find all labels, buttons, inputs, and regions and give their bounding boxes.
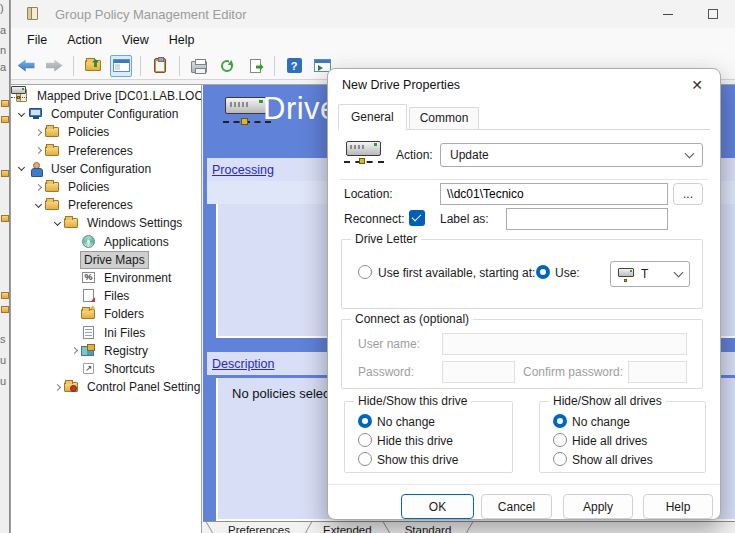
cancel-button[interactable]: Cancel (481, 494, 552, 519)
show-all-drives-radio[interactable] (553, 452, 567, 466)
console-tree-icon[interactable] (110, 55, 132, 77)
menu-action[interactable]: Action (57, 30, 112, 50)
tree-item-shortcuts[interactable]: ↗ Shortcuts (11, 360, 201, 378)
expander-icon[interactable] (15, 113, 28, 116)
folder-icon (1, 170, 9, 177)
tree-item-computer-configuration[interactable]: Computer Configuration (11, 105, 201, 123)
folder-icon (1, 100, 9, 107)
tree-item-files[interactable]: Files (11, 287, 201, 305)
tree-item-folders[interactable]: Folders (11, 305, 201, 323)
tab-extended[interactable]: Extended (307, 522, 388, 533)
reconnect-checkbox[interactable] (409, 210, 425, 226)
reconnect-label: Reconnect: (344, 212, 405, 226)
drive-letter-legend: Drive Letter (351, 232, 421, 246)
computer-icon (28, 107, 44, 121)
menu-file[interactable]: File (17, 30, 57, 50)
hide-this-drive-radio[interactable] (358, 433, 372, 447)
drive-letter-select[interactable]: T (610, 261, 690, 287)
expander-icon[interactable] (32, 148, 45, 153)
help-button[interactable]: Help (643, 494, 713, 519)
this-no-change-radio[interactable] (358, 414, 372, 428)
back-icon[interactable] (15, 55, 37, 77)
tab-common[interactable]: Common (409, 107, 480, 129)
tree-item-preferences[interactable]: Preferences (11, 142, 201, 160)
maximize-button[interactable] (690, 0, 735, 28)
hide-all-drives-radio[interactable] (553, 433, 567, 447)
sliver-text: a (0, 24, 6, 36)
toolbar-separator (274, 56, 275, 76)
expander-icon[interactable] (51, 222, 64, 225)
tree-item-preferences[interactable]: Preferences (11, 196, 201, 214)
tree-item-windows-settings[interactable]: Windows Settings (11, 214, 201, 232)
drive-letter-value: T (641, 267, 675, 281)
action-select[interactable]: Update (440, 143, 703, 167)
tree-item-control-panel-settings[interactable]: Control Panel Setting (11, 378, 201, 396)
folder-icon (1, 306, 9, 313)
description-link[interactable]: Description (212, 357, 275, 371)
chevron-down-icon (674, 268, 684, 278)
ok-button[interactable]: OK (401, 494, 474, 519)
label-as-label: Label as: (440, 212, 489, 226)
expander-icon[interactable] (68, 348, 81, 353)
expander-icon[interactable] (32, 204, 45, 207)
refresh-icon[interactable] (216, 55, 238, 77)
tree-item-user-configuration[interactable]: User Configuration (11, 160, 201, 178)
use-first-available-radio[interactable] (358, 265, 372, 279)
export-list-icon[interactable] (244, 55, 266, 77)
expander-icon[interactable] (32, 185, 45, 190)
processing-link[interactable]: Processing (212, 163, 274, 177)
apply-button[interactable]: Apply (563, 494, 633, 519)
print-icon[interactable] (188, 55, 210, 77)
tree-item-environment[interactable]: % Environment (11, 269, 201, 287)
tab-general[interactable]: General (338, 104, 407, 130)
tree-item-applications[interactable]: Applications (11, 233, 201, 251)
help-icon[interactable]: ? (283, 55, 305, 77)
use-radio[interactable] (536, 265, 550, 279)
tree-item-drive-maps[interactable]: Drive Maps (11, 251, 201, 269)
console-tree-panel: Mapped Drive [DC01.LAB.LOCA Computer Con… (11, 85, 202, 533)
tree-item-registry[interactable]: Registry (11, 342, 201, 360)
drive-letter-group: Drive Letter Use first available, starti… (341, 239, 703, 309)
minimize-button[interactable] (645, 0, 690, 28)
hide-this-drive-label: Hide this drive (377, 434, 453, 448)
location-input[interactable] (440, 183, 668, 205)
clipboard-icon[interactable] (149, 55, 171, 77)
background-window-sliver: ) a n a s u u (0, 0, 10, 533)
tab-preferences[interactable]: Preferences (212, 522, 306, 533)
all-no-change-label: No change (572, 415, 630, 429)
show-this-drive-label: Show this drive (377, 453, 458, 467)
footer-separator (328, 484, 720, 485)
drive-icon (618, 268, 635, 281)
sliver-text: n (0, 44, 6, 56)
environment-icon: % (81, 271, 97, 285)
tree-item-ini-files[interactable]: Ini Files (11, 323, 201, 341)
expander-icon[interactable] (51, 385, 64, 390)
label-as-input[interactable] (506, 208, 668, 230)
control-panel-folder-icon (64, 380, 80, 394)
show-all-drives-label: Show all drives (572, 453, 653, 467)
tree-item-policies[interactable]: Policies (11, 123, 201, 141)
folder-icon (45, 125, 61, 139)
menu-view[interactable]: View (112, 30, 159, 50)
up-folder-icon[interactable] (82, 55, 104, 77)
forward-icon[interactable] (43, 55, 65, 77)
expander-icon[interactable] (32, 130, 45, 135)
folder-icon (1, 116, 9, 123)
dialog-tab-strip: General Common (338, 107, 710, 130)
sliver-text: u (0, 375, 6, 387)
all-no-change-radio[interactable] (553, 414, 567, 428)
tree-item-gpo-root[interactable]: Mapped Drive [DC01.LAB.LOCA (11, 87, 201, 105)
close-icon[interactable]: ✕ (682, 73, 712, 97)
hide-show-this-legend: Hide/Show this drive (354, 394, 471, 408)
menu-help[interactable]: Help (159, 30, 205, 50)
drive-icon (11, 86, 27, 98)
browse-button[interactable]: ... (673, 183, 703, 205)
gpo-scroll-icon (25, 7, 41, 21)
tree-item-policies[interactable]: Policies (11, 178, 201, 196)
use-first-available-label: Use first available, starting at: (378, 266, 535, 280)
user-name-input (442, 333, 687, 355)
tab-standard[interactable]: Standard (389, 522, 468, 533)
show-this-drive-radio[interactable] (358, 452, 372, 466)
expander-icon[interactable] (15, 167, 28, 170)
applications-icon (81, 235, 97, 249)
